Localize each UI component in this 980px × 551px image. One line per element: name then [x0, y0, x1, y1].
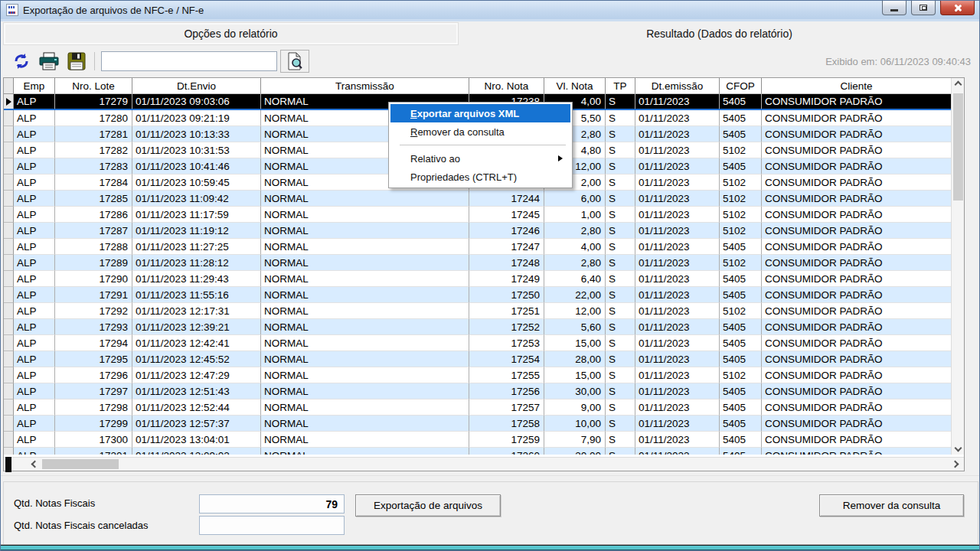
column-header-nro-lote[interactable]: Nro. Lote: [55, 78, 132, 94]
cell-emp: ALP: [14, 174, 55, 191]
tab-resultado[interactable]: Resultado (Dados do relatório): [460, 22, 978, 45]
filter-input[interactable]: [101, 51, 277, 71]
table-row[interactable]: ALP1728501/11/2023 11:09:42NORMAL172446,…: [4, 191, 952, 207]
column-header-emp[interactable]: Emp: [14, 78, 55, 94]
row-indicator: [4, 110, 14, 126]
cell-dt-envio: 01/11/2023 12:57:37: [132, 416, 261, 432]
vertical-scrollbar[interactable]: [951, 78, 964, 455]
cell-cfop: 5405: [720, 110, 762, 126]
column-header-cfop[interactable]: CFOP: [720, 78, 762, 94]
print-button[interactable]: [38, 51, 60, 72]
column-header-tp[interactable]: TP: [606, 78, 635, 94]
menu-item-remover-da-consulta[interactable]: Remover da consulta: [390, 122, 570, 141]
cell-nro-lote: 17293: [55, 319, 132, 335]
cell-cfop: 5102: [720, 223, 762, 239]
cell-nro-nota: 17252: [469, 319, 544, 335]
cell-tp: S: [606, 174, 635, 191]
table-row[interactable]: ALP1730001/11/2023 13:04:01NORMAL172597,…: [4, 432, 952, 448]
column-header-nro-nota[interactable]: Nro. Nota: [469, 78, 544, 94]
cell-cliente: CONSUMIDOR PADRÃO: [762, 335, 952, 351]
table-row[interactable]: ALP1729501/11/2023 12:45:52NORMAL1725428…: [4, 351, 952, 367]
cell-nro-nota: 17258: [469, 416, 544, 432]
table-row[interactable]: ALP1729801/11/2023 12:52:44NORMAL172579,…: [4, 399, 952, 416]
remover-consulta-button[interactable]: Remover da consulta: [819, 494, 964, 517]
table-row[interactable]: ALP1728801/11/2023 11:27:25NORMAL172474,…: [4, 239, 952, 255]
cell-cliente: CONSUMIDOR PADRÃO: [762, 287, 952, 303]
column-header-dt-emissao[interactable]: Dt.emissão: [635, 78, 720, 94]
exportacao-arquivos-button[interactable]: Exportação de arquivos: [355, 494, 501, 517]
cell-cliente: CONSUMIDOR PADRÃO: [762, 319, 952, 335]
refresh-button[interactable]: [11, 51, 32, 72]
preview-button[interactable]: [280, 50, 309, 73]
chevron-down-icon: [954, 445, 962, 452]
printer-icon: [39, 52, 59, 70]
cell-tp: S: [606, 94, 635, 109]
horizontal-scrollbar[interactable]: [4, 457, 964, 471]
cell-tp: S: [606, 191, 635, 207]
minimize-icon: [890, 9, 898, 11]
maximize-button[interactable]: [911, 1, 936, 15]
column-header-transmissao[interactable]: Transmissão: [261, 78, 469, 94]
menu-item-exportar-arquivos-xml[interactable]: Exportar arquivos XML: [390, 104, 570, 122]
cell-dt-envio: 01/11/2023 13:04:01: [132, 432, 261, 448]
grid-edit-marker: [5, 457, 11, 472]
cell-emp: ALP: [14, 110, 55, 126]
save-button[interactable]: [66, 51, 87, 72]
table-row[interactable]: ALP1729201/11/2023 12:17:31NORMAL1725112…: [4, 303, 952, 319]
cell-vl-nota: 30,00: [544, 448, 606, 455]
displayed-at-text: Exibido em: 06/11/2023 09:40:43: [825, 56, 971, 67]
horizontal-scroll-thumb[interactable]: [42, 459, 119, 469]
chevron-up-icon: [954, 81, 962, 89]
row-indicator: [4, 303, 14, 319]
table-row[interactable]: ALP1728901/11/2023 11:28:12NORMAL172482,…: [4, 255, 952, 271]
cell-cfop: 5102: [720, 207, 762, 223]
cell-nro-lote: 17281: [55, 126, 132, 142]
cell-nro-nota: 17244: [469, 191, 544, 207]
window-bottom-edge: [1, 544, 980, 550]
scroll-up-button[interactable]: [952, 78, 964, 91]
cell-transmissao: NORMAL: [261, 239, 469, 255]
cell-cfop: 5405: [720, 448, 762, 455]
table-row[interactable]: ALP1730101/11/2023 13:09:02NORMAL1726030…: [4, 448, 952, 455]
table-row[interactable]: ALP1729101/11/2023 11:55:16NORMAL1725022…: [4, 287, 952, 303]
cell-cliente: CONSUMIDOR PADRÃO: [762, 142, 952, 158]
column-header-dt-envio[interactable]: Dt.Envio: [132, 78, 261, 94]
cell-emp: ALP: [14, 448, 55, 455]
cell-vl-nota: 28,00: [544, 351, 606, 367]
cell-dt-emissao: 01/11/2023: [635, 335, 720, 351]
table-row[interactable]: ALP1729901/11/2023 12:57:37NORMAL1725810…: [4, 416, 952, 432]
column-header-cliente[interactable]: Cliente: [762, 78, 952, 94]
table-row[interactable]: ALP1729701/11/2023 12:51:43NORMAL1725630…: [4, 383, 952, 399]
scroll-right-button[interactable]: [947, 458, 962, 471]
row-indicator: [4, 448, 14, 455]
toolbar: Exibido em: 06/11/2023 09:40:43: [3, 47, 978, 76]
cell-dt-envio: 01/11/2023 10:41:46: [132, 158, 261, 174]
cell-nro-lote: 17290: [55, 271, 132, 287]
table-row[interactable]: ALP1728601/11/2023 11:17:59NORMAL172451,…: [4, 207, 952, 223]
cell-cfop: 5405: [720, 319, 762, 335]
menu-item-propriedades-ctrl-t[interactable]: Propriedades (CTRL+T): [390, 168, 570, 186]
menu-item-relativo-ao[interactable]: Relativo ao: [390, 149, 570, 168]
cell-nro-lote: 17286: [55, 207, 132, 223]
close-button[interactable]: [940, 1, 975, 15]
table-row[interactable]: ALP1729601/11/2023 12:47:29NORMAL1725515…: [4, 367, 952, 383]
column-header-vl-nota[interactable]: Vl. Nota: [544, 78, 606, 94]
table-row[interactable]: ALP1729401/11/2023 12:42:41NORMAL1725315…: [4, 335, 952, 351]
scroll-down-button[interactable]: [952, 442, 964, 455]
cell-dt-envio: 01/11/2023 12:45:52: [132, 351, 261, 367]
minimize-button[interactable]: [882, 1, 906, 15]
table-row[interactable]: ALP1729001/11/2023 11:29:43NORMAL172496,…: [4, 271, 952, 287]
cell-emp: ALP: [14, 432, 55, 448]
qtd-notas-field[interactable]: [199, 494, 345, 514]
cell-cliente: CONSUMIDOR PADRÃO: [762, 303, 952, 319]
table-row[interactable]: ALP1728701/11/2023 11:19:12NORMAL172462,…: [4, 223, 952, 239]
scroll-left-button[interactable]: [27, 458, 42, 471]
qtd-canceladas-field[interactable]: [199, 516, 345, 535]
title-bar[interactable]: Exportação de arquivos de NFC-e / NF-e: [1, 1, 980, 19]
cell-nro-lote: 17280: [55, 110, 132, 126]
table-row[interactable]: ALP1729301/11/2023 12:39:21NORMAL172525,…: [4, 319, 952, 335]
cell-vl-nota: 6,00: [544, 191, 606, 207]
tab-opcoes-relatorio[interactable]: Opções do relatório: [3, 22, 459, 45]
cell-tp: S: [606, 110, 635, 126]
vertical-scroll-thumb[interactable]: [953, 93, 963, 201]
